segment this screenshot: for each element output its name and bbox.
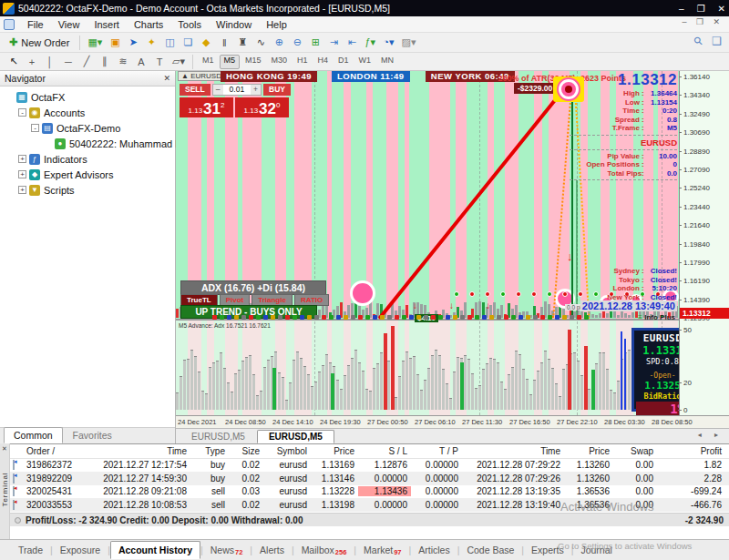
zoom-in-icon[interactable]: ⊕ <box>271 35 287 51</box>
cursor-icon[interactable]: ↖ <box>5 54 22 70</box>
expander-icon[interactable]: + <box>18 186 26 194</box>
nav-item-scripts[interactable]: +▼Scripts <box>0 182 175 198</box>
nav-item-accounts[interactable]: -◉Accounts <box>0 105 175 120</box>
menu-window[interactable]: Window <box>209 19 259 30</box>
nav-item-octafx[interactable]: ▦OctaFX <box>0 89 175 105</box>
favorites-icon[interactable]: ✦ <box>143 35 159 51</box>
cursor-chart-icon[interactable]: ➤ <box>125 35 141 51</box>
timeframe-h1[interactable]: H1 <box>293 55 313 69</box>
chart-plot[interactable]: ↓↓↓↓↓↓↓↓ ↓ ▲ EURUSD,M5 HONG KONG 19:49LO… <box>176 71 679 428</box>
nav-item-octafx-demo[interactable]: -▤OctaFX-Demo <box>0 120 175 136</box>
timeframe-mn[interactable]: MN <box>376 55 398 69</box>
candlestick-icon[interactable]: ♜ <box>234 35 251 51</box>
date-axis[interactable]: 24 Dec 202124 Dec 08:5024 Dec 14:1024 De… <box>176 415 729 428</box>
terminal-tab-alerts[interactable]: Alerts <box>252 542 292 558</box>
volume-increase-button[interactable]: + <box>251 85 261 95</box>
crosshair-icon[interactable]: + <box>24 54 40 70</box>
volume-decrease-button[interactable]: – <box>213 85 223 95</box>
terminal-tab-trade[interactable]: Trade <box>11 542 50 558</box>
chart-shift-icon[interactable]: ⇤ <box>344 35 360 51</box>
menu-insert[interactable]: Insert <box>87 19 127 30</box>
fibonacci-icon[interactable]: ≋ <box>115 54 131 70</box>
expander-icon[interactable]: + <box>18 170 26 178</box>
timeframe-m30[interactable]: M30 <box>267 55 293 69</box>
column-profit[interactable]: Profit <box>657 446 725 456</box>
navigator-tab-common[interactable]: Common <box>4 427 63 443</box>
channel-icon[interactable]: ∥ <box>97 54 113 70</box>
timeframe-m15[interactable]: M15 <box>241 55 266 69</box>
table-row[interactable]: 3198623722021.12.27 12:17:54buy0.02eurus… <box>10 459 729 473</box>
price-scale[interactable]: 1.361401.343401.324901.306901.288901.270… <box>679 71 729 428</box>
timeframe-m1[interactable]: M1 <box>198 55 219 69</box>
minimize-button[interactable]: – <box>679 4 684 14</box>
column-size[interactable]: Size <box>229 446 263 456</box>
expander-icon[interactable]: - <box>31 124 39 132</box>
timeframe-d1[interactable]: D1 <box>334 55 354 69</box>
terminal-tab-articles[interactable]: Articles <box>411 542 457 558</box>
trendline-icon[interactable]: ╱ <box>78 54 95 70</box>
buy-button[interactable]: BUY <box>263 84 291 96</box>
text-icon[interactable]: A <box>133 54 149 70</box>
menu-file[interactable]: File <box>20 19 51 30</box>
chart-tab-eurusd-m5[interactable]: EURUSD,M5 <box>180 430 257 443</box>
mdi-window-controls[interactable]: – ❐ ✕ <box>682 17 724 26</box>
column-price[interactable]: Price <box>564 446 613 456</box>
column-price[interactable]: Price <box>311 446 358 456</box>
column-time[interactable]: Time <box>83 446 190 456</box>
zoom-out-icon[interactable]: ⊖ <box>289 35 305 51</box>
terminal-tab-market[interactable]: Market97 <box>356 542 408 559</box>
sell-price-button[interactable]: 1.13 31 2 <box>180 97 233 117</box>
expander-icon[interactable]: - <box>18 108 26 117</box>
menu-charts[interactable]: Charts <box>127 19 170 30</box>
sell-button[interactable]: SELL <box>180 84 210 96</box>
menu-view[interactable]: View <box>51 19 87 30</box>
chart-tab-eurusd-m5[interactable]: EURUSD,M5 <box>257 430 334 443</box>
nav-item-expert-advisors[interactable]: +◆Expert Advisors <box>0 167 175 182</box>
column-order[interactable]: Order / <box>23 446 83 456</box>
period-icon[interactable]: ◔▾ <box>380 35 396 51</box>
auto-scroll-icon[interactable]: ⇥ <box>325 35 342 51</box>
vertical-line-icon[interactable]: │ <box>42 54 58 70</box>
horizontal-line-icon[interactable]: ─ <box>60 54 77 70</box>
terminal-tab-account-history[interactable]: Account History <box>110 541 200 559</box>
line-chart-icon[interactable]: ∿ <box>252 35 269 51</box>
column-tp[interactable]: T / P <box>411 446 462 456</box>
new-order-button[interactable]: ✚ New Order <box>4 35 75 51</box>
nav-item-indicators[interactable]: +ƒIndicators <box>0 151 175 167</box>
profile-icon[interactable]: ▣ <box>107 35 123 51</box>
window-icon[interactable]: ❏ <box>180 35 196 51</box>
menu-tools[interactable]: Tools <box>170 19 209 30</box>
timeframe-m5[interactable]: M5 <box>220 55 241 69</box>
column-time[interactable]: Time <box>462 446 564 456</box>
terminal-tab-news[interactable]: News72 <box>203 542 251 559</box>
tab-scroll-arrows[interactable]: ◂ ▸ <box>698 431 724 439</box>
eraser-icon[interactable]: ◆ <box>198 35 214 51</box>
tile-windows-icon[interactable]: ⊞ <box>307 35 323 51</box>
terminal-tab-exposure[interactable]: Exposure <box>53 542 108 558</box>
terminal-close-icon[interactable]: ✕ <box>2 445 7 453</box>
timeframe-w1[interactable]: W1 <box>354 55 376 69</box>
column-type[interactable]: Type <box>190 446 229 456</box>
navigator-close-icon[interactable]: ✕ <box>163 74 170 83</box>
volume-stepper[interactable]: – 0.01 + <box>212 84 262 96</box>
maximize-button[interactable]: ❐ <box>697 4 705 14</box>
terminal-tab-mailbox[interactable]: Mailbox256 <box>294 542 354 559</box>
terminal-tab-code-base[interactable]: Code Base <box>459 542 521 558</box>
timeframe-h4[interactable]: H4 <box>313 55 334 69</box>
column-sl[interactable]: S / L <box>358 446 411 456</box>
navigator-tab-favorites[interactable]: Favorites <box>63 427 122 443</box>
menu-help[interactable]: Help <box>259 19 294 30</box>
chart-area[interactable]: ↓↓↓↓↓↓↓↓ ↓ ▲ EURUSD,M5 HONG KONG 19:49LO… <box>176 71 729 428</box>
buy-price-button[interactable]: 1.13 32 0 <box>235 97 289 117</box>
indicators-icon[interactable]: ƒ▾ <box>362 35 378 51</box>
table-row[interactable]: 3198922092021.12.27 14:59:30buy0.02eurus… <box>10 472 729 485</box>
bar-chart-icon[interactable]: ǁ <box>216 35 232 51</box>
expander-icon[interactable]: + <box>18 155 26 163</box>
column-swap[interactable]: Swap <box>613 446 657 456</box>
chart-add-icon[interactable]: ▦▾ <box>85 35 105 51</box>
column-symbol[interactable]: Symbol <box>263 446 311 456</box>
close-button[interactable]: ✕ <box>718 4 725 14</box>
volume-value[interactable]: 0.01 <box>223 85 251 95</box>
shapes-icon[interactable]: ▱▾ <box>169 54 188 70</box>
chat-icon[interactable]: ❑ <box>712 35 722 47</box>
